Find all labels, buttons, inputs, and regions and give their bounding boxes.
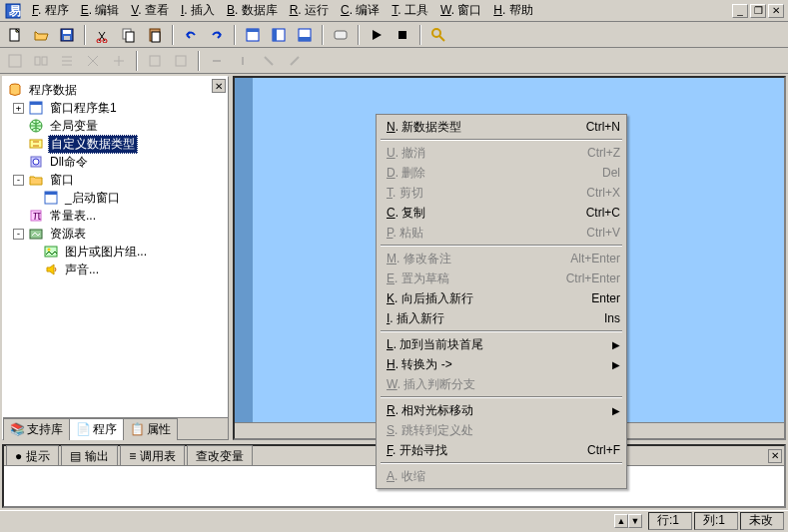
menu-compile[interactable]: C. 编译	[335, 0, 386, 21]
menu-program[interactable]: F. 程序	[26, 0, 75, 21]
panel-close-button[interactable]: ✕	[768, 449, 782, 463]
sound-icon	[43, 262, 59, 277]
tree-pictures[interactable]: 图片或图片组...	[28, 243, 224, 261]
tree-resources[interactable]: - 资源表	[13, 225, 224, 243]
tab-callstack[interactable]: ≡调用表	[120, 445, 185, 467]
copy-button[interactable]	[118, 24, 140, 46]
find-button[interactable]	[427, 24, 449, 46]
svg-point-20	[432, 29, 440, 37]
menu-item[interactable]: H. 转换为 ->▶	[379, 354, 624, 374]
main-toolbar	[0, 22, 788, 48]
menu-insert[interactable]: I. 插入	[175, 0, 221, 21]
minimize-button[interactable]: _	[732, 4, 748, 18]
menu-tools[interactable]: T. 工具	[386, 0, 434, 21]
tree-windows[interactable]: - 窗口	[13, 171, 224, 189]
undo-button[interactable]	[180, 24, 202, 46]
menu-item[interactable]: R. 相对光标移动▶	[379, 400, 624, 420]
run-button[interactable]	[366, 24, 388, 46]
svg-rect-25	[176, 56, 186, 66]
stack-icon: ≡	[129, 449, 136, 463]
tool-a[interactable]	[4, 50, 26, 72]
toggle-button[interactable]	[330, 24, 352, 46]
sidebar-close-button[interactable]: ✕	[212, 79, 226, 93]
svg-rect-18	[335, 31, 347, 39]
tool-d[interactable]	[82, 50, 104, 72]
sidebar-tab-program[interactable]: 📄程序	[69, 418, 124, 440]
svg-rect-5	[64, 36, 70, 40]
picture-icon	[43, 244, 59, 260]
tab-vars[interactable]: 查改变量	[187, 445, 253, 467]
open-button[interactable]	[30, 24, 52, 46]
submenu-arrow-icon: ▶	[612, 405, 620, 416]
tree-global-var[interactable]: 全局变量	[13, 117, 224, 135]
tree-root[interactable]: 程序数据	[7, 81, 224, 99]
menu-item[interactable]: N. 新数据类型Ctrl+N	[379, 117, 624, 137]
expander-plus-icon[interactable]: +	[13, 103, 24, 114]
menu-run[interactable]: R. 运行	[284, 0, 335, 21]
tool-h[interactable]	[206, 50, 228, 72]
panel3-button[interactable]	[294, 24, 316, 46]
tree-window-set[interactable]: + 窗口程序集1	[13, 99, 224, 117]
datatype-icon	[28, 136, 44, 152]
menu-item[interactable]: K. 向后插入新行Enter	[379, 288, 624, 308]
panel2-button[interactable]	[268, 24, 290, 46]
sidebar-tab-props[interactable]: 📋属性	[123, 418, 178, 440]
status-up-button[interactable]: ▲	[614, 514, 628, 528]
menu-view[interactable]: V. 查看	[125, 0, 175, 21]
menu-help[interactable]: H. 帮助	[487, 0, 538, 21]
tool-k[interactable]	[284, 50, 306, 72]
status-down-button[interactable]: ▼	[628, 514, 642, 528]
svg-text:π: π	[33, 209, 41, 223]
stop-button[interactable]	[392, 24, 413, 46]
menu-item[interactable]: F. 开始寻找Ctrl+F	[379, 440, 624, 460]
tool-i[interactable]	[232, 50, 254, 72]
tool-c[interactable]	[56, 50, 78, 72]
project-tree: 程序数据 + 窗口程序集1 全局变量 自定义数据类型	[3, 77, 228, 417]
svg-rect-17	[299, 37, 311, 41]
menu-window[interactable]: W. 窗口	[434, 0, 487, 21]
sidebar-tab-libs[interactable]: 📚支持库	[3, 418, 70, 440]
menu-edit[interactable]: E. 编辑	[75, 0, 126, 21]
tree-sounds[interactable]: 声音...	[28, 261, 224, 278]
menu-database[interactable]: B. 数据库	[221, 0, 284, 21]
expander-minus-icon[interactable]: -	[13, 175, 24, 186]
tree-dll[interactable]: Dll命令	[13, 153, 224, 171]
expander-minus-icon[interactable]: -	[13, 229, 24, 240]
status-row: 行:1	[648, 512, 692, 530]
tab-output[interactable]: ▤输出	[61, 445, 118, 467]
menu-item[interactable]: I. 插入新行Ins	[379, 308, 624, 328]
save-button[interactable]	[56, 24, 78, 46]
tool-j[interactable]	[258, 50, 280, 72]
cut-button[interactable]	[92, 24, 114, 46]
tool-b[interactable]	[30, 50, 52, 72]
menu-item: D. 删除Del	[379, 163, 624, 183]
svg-rect-13	[247, 29, 259, 32]
tab-hint[interactable]: ●提示	[6, 445, 59, 467]
new-button[interactable]	[4, 24, 26, 46]
panel1-button[interactable]	[242, 24, 264, 46]
close-button[interactable]: ✕	[768, 4, 784, 18]
restore-button[interactable]: ❐	[750, 4, 766, 18]
redo-button[interactable]	[206, 24, 228, 46]
tree-custom-type[interactable]: 自定义数据类型	[13, 135, 224, 153]
menu-item: W. 插入判断分支	[379, 374, 624, 394]
svg-rect-28	[30, 102, 42, 105]
tool-g[interactable]	[170, 50, 192, 72]
tool-f[interactable]	[144, 50, 166, 72]
svg-rect-34	[45, 192, 57, 195]
sidebar-tabstrip: 📚支持库 📄程序 📋属性	[3, 417, 228, 439]
globe-icon	[28, 118, 44, 134]
menu-item: U. 撤消Ctrl+Z	[379, 143, 624, 163]
const-icon: π	[28, 208, 44, 224]
menu-item: S. 跳转到定义处	[379, 420, 624, 440]
tree-const[interactable]: π 常量表...	[13, 207, 224, 225]
tree-start-window[interactable]: _启动窗口	[28, 189, 224, 207]
secondary-toolbar	[0, 48, 788, 74]
menu-separator	[381, 330, 622, 332]
paste-button[interactable]	[144, 24, 166, 46]
menu-item: M. 修改备注Alt+Enter	[379, 249, 624, 268]
svg-rect-24	[150, 56, 160, 66]
menu-item[interactable]: L. 加到当前块首尾▶	[379, 334, 624, 354]
menu-item[interactable]: C. 复制Ctrl+C	[379, 203, 624, 223]
tool-e[interactable]	[108, 50, 130, 72]
